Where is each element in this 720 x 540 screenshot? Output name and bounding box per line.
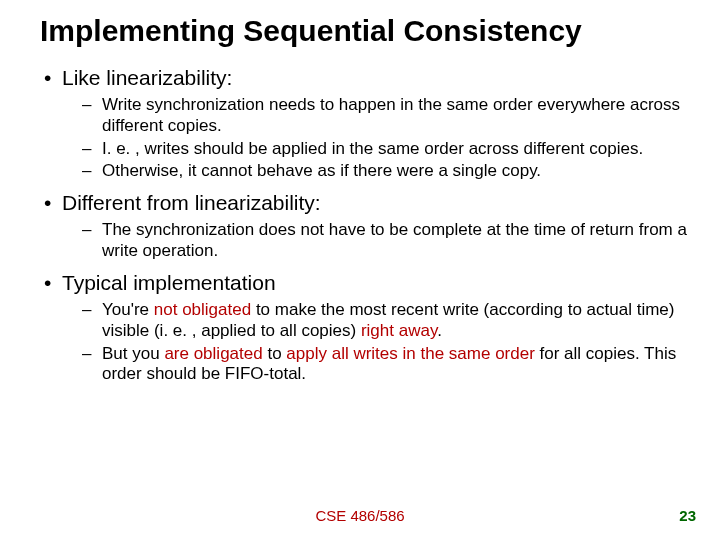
slide: Implementing Sequential Consistency Like… (0, 0, 720, 540)
emphasis-are-obligated: are obligated (164, 344, 262, 363)
text-fragment: . (437, 321, 442, 340)
sub-otherwise-single-copy: Otherwise, it cannot behave as if there … (40, 161, 690, 182)
sub-writes-applied-same-order: I. e. , writes should be applied in the … (40, 139, 690, 160)
text-fragment: to (263, 344, 287, 363)
emphasis-right-away: right away (361, 321, 437, 340)
sub-are-obligated-same-order: But you are obligated to apply all write… (40, 344, 690, 385)
emphasis-not-obligated: not obligated (154, 300, 251, 319)
slide-title: Implementing Sequential Consistency (40, 14, 690, 47)
page-number: 23 (679, 507, 696, 524)
footer-course: CSE 486/586 (0, 507, 720, 524)
emphasis-apply-same-order: apply all writes in the same order (286, 344, 535, 363)
bullet-different-from-linearizability: Different from linearizability: (40, 190, 690, 216)
bullet-like-linearizability: Like linearizability: (40, 65, 690, 91)
text-fragment: But you (102, 344, 164, 363)
sub-sync-not-complete-on-return: The synchronization does not have to be … (40, 220, 690, 261)
bullet-typical-implementation: Typical implementation (40, 270, 690, 296)
slide-content: Like linearizability: Write synchronizat… (40, 65, 690, 385)
text-fragment: You're (102, 300, 154, 319)
sub-write-sync-same-order: Write synchronization needs to happen in… (40, 95, 690, 136)
sub-not-obligated-visible: You're not obligated to make the most re… (40, 300, 690, 341)
